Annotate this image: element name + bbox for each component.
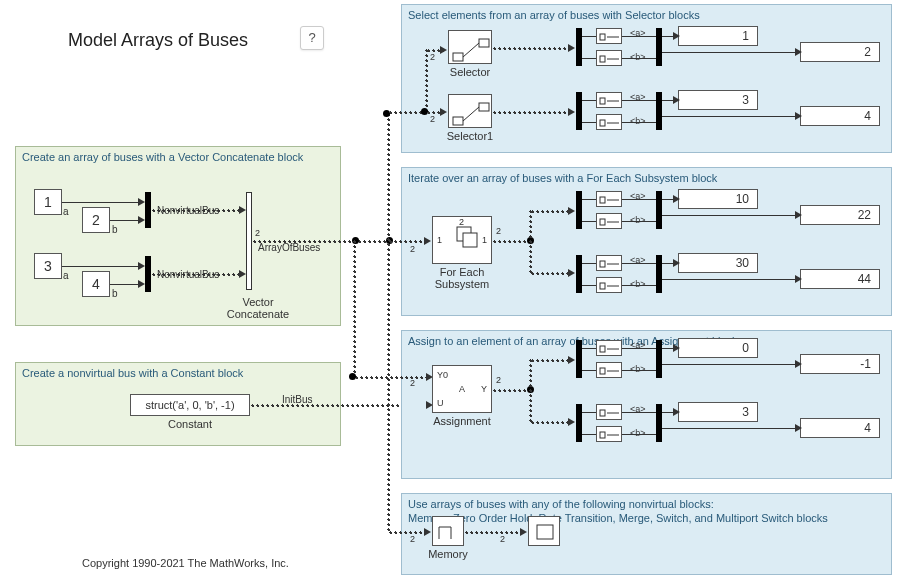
mem-out-dim: 2: [500, 534, 505, 544]
bus-join-as1: [656, 340, 662, 378]
fe2-b-tag: <b>: [630, 279, 646, 289]
display-assign-b: -1: [800, 354, 880, 374]
display-assign-a2: 3: [678, 402, 758, 422]
for-each-label: For Each Subsystem: [402, 266, 522, 290]
sel1-b-tag: <b>: [630, 52, 646, 62]
svg-rect-22: [600, 283, 605, 289]
selector1-block[interactable]: [448, 94, 492, 128]
svg-rect-12: [600, 120, 605, 126]
area-title-create-array: Create an array of buses with a Vector C…: [22, 151, 303, 165]
bus-join-sel2: [656, 92, 662, 130]
dim-concat-out: 2: [255, 228, 260, 238]
as2-b-tag: <b>: [630, 428, 646, 438]
assign-y0: Y0: [437, 370, 448, 380]
assign-u: U: [437, 398, 444, 408]
display-sel-b2: 4: [800, 106, 880, 126]
svg-rect-16: [600, 197, 605, 203]
area-title-other: Use arrays of buses with any of the foll…: [408, 498, 828, 526]
port-b-2: b: [112, 288, 118, 299]
bus-sel-as1a[interactable]: [596, 340, 622, 356]
svg-rect-28: [600, 410, 605, 416]
display-iter-a: 10: [678, 189, 758, 209]
svg-rect-6: [600, 34, 605, 40]
copyright-text: Copyright 1990-2021 The MathWorks, Inc.: [82, 557, 289, 569]
selector-label: Selector: [410, 66, 530, 78]
area-other: Use arrays of buses with any of the foll…: [401, 493, 892, 575]
svg-rect-26: [600, 368, 605, 374]
bus-join-fe1: [656, 191, 662, 229]
svg-rect-20: [600, 261, 605, 267]
fe-port-out: 1: [482, 235, 487, 245]
fe1-b-tag: <b>: [630, 215, 646, 225]
svg-rect-30: [600, 432, 605, 438]
display-sel-a2: 3: [678, 90, 758, 110]
memory-block[interactable]: [432, 516, 464, 546]
bus-sel-sel2a[interactable]: [596, 92, 622, 108]
svg-rect-18: [600, 219, 605, 225]
svg-rect-0: [453, 53, 463, 61]
help-button[interactable]: ?: [300, 26, 324, 50]
svg-line-2: [463, 43, 479, 57]
bus-splitter-as-1[interactable]: [576, 340, 582, 378]
port-a-1: a: [63, 206, 69, 217]
vector-concatenate-label: Vector Concatenate: [198, 296, 318, 320]
sel-in-dim2: 2: [430, 114, 435, 124]
bus-splitter-fe-1[interactable]: [576, 191, 582, 229]
bus-splitter-as-2[interactable]: [576, 404, 582, 442]
constant-1-block[interactable]: 1: [34, 189, 62, 215]
display-sel-b: 2: [800, 42, 880, 62]
svg-rect-24: [600, 346, 605, 352]
port-a-2: a: [63, 270, 69, 281]
sel-in-dim1: 2: [430, 52, 435, 62]
as1-b-tag: <b>: [630, 364, 646, 374]
bus-join-sel1: [656, 28, 662, 66]
bus-sel-fe1a[interactable]: [596, 191, 622, 207]
fe-port-in: 1: [437, 235, 442, 245]
svg-line-5: [463, 107, 479, 121]
bus-sel-sel1b[interactable]: [596, 50, 622, 66]
svg-rect-32: [537, 525, 553, 539]
constant-2-block[interactable]: 2: [82, 207, 110, 233]
bus-sel-as1b[interactable]: [596, 362, 622, 378]
bus-sel-fe2a[interactable]: [596, 255, 622, 271]
selector-block[interactable]: [448, 30, 492, 64]
svg-rect-15: [463, 233, 477, 247]
bus-join-fe2: [656, 255, 662, 293]
display-iter-b2: 44: [800, 269, 880, 289]
for-each-subsystem-block[interactable]: 1 1 2: [432, 216, 492, 264]
constant-struct-block[interactable]: struct('a', 0, 'b', -1): [130, 394, 250, 416]
bus-sel-fe2b[interactable]: [596, 277, 622, 293]
bus-join-as2: [656, 404, 662, 442]
port-b-1: b: [112, 224, 118, 235]
terminator-block[interactable]: [528, 516, 560, 546]
bus-sel-as2b[interactable]: [596, 426, 622, 442]
display-iter-a2: 30: [678, 253, 758, 273]
selector1-label: Selector1: [410, 130, 530, 142]
bus-sel-fe1b[interactable]: [596, 213, 622, 229]
constant-4-block[interactable]: 4: [82, 271, 110, 297]
bus-splitter-fe-2[interactable]: [576, 255, 582, 293]
svg-rect-1: [479, 39, 489, 47]
assignment-label: Assignment: [402, 415, 522, 427]
assignment-block[interactable]: Y0 U Y A: [432, 365, 492, 413]
assign-y: Y: [481, 384, 487, 394]
bus-splitter-sel-2[interactable]: [576, 92, 582, 130]
bus-sel-as2a[interactable]: [596, 404, 622, 420]
svg-rect-4: [479, 103, 489, 111]
bus-splitter-sel-1[interactable]: [576, 28, 582, 66]
svg-rect-10: [600, 98, 605, 104]
bus-sel-sel1a[interactable]: [596, 28, 622, 44]
display-sel-a: 1: [678, 26, 758, 46]
page-title: Model Arrays of Buses: [68, 30, 248, 51]
bus-sel-sel2b[interactable]: [596, 114, 622, 130]
area-title-iterate: Iterate over an array of buses with a Fo…: [408, 172, 717, 186]
signal-array-label: ArrayOfBuses: [258, 242, 320, 253]
constant-label: Constant: [130, 418, 250, 430]
fe-out-dim: 2: [496, 226, 501, 236]
display-iter-b: 22: [800, 205, 880, 225]
sel2-b-tag: <b>: [630, 116, 646, 126]
fe-in-dim: 2: [410, 244, 415, 254]
constant-3-block[interactable]: 3: [34, 253, 62, 279]
display-assign-b2: 4: [800, 418, 880, 438]
area-title-select: Select elements from an array of buses w…: [408, 9, 700, 23]
